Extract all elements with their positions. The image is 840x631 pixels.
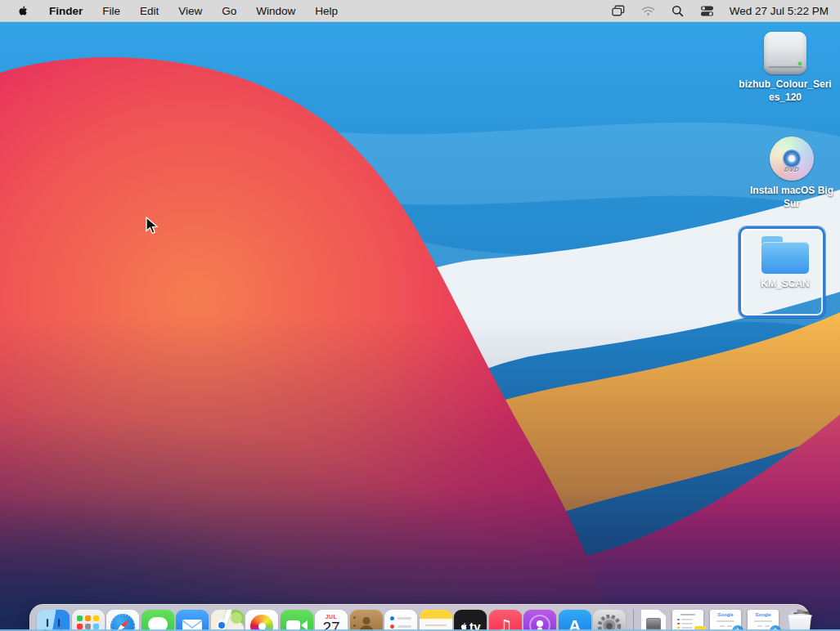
dock-mail[interactable]: [176, 610, 209, 631]
install-dvd-label: Install macOS Big Sur: [745, 185, 838, 210]
menu-item-help[interactable]: Help: [315, 5, 338, 17]
menu-bar-left: Finder File Edit View Go Window Help: [0, 4, 338, 18]
mail-icon: [176, 610, 209, 631]
desktop-icon-drive[interactable]: bizhub_Colour_Series_120: [736, 32, 834, 104]
displays-icon[interactable]: [612, 4, 626, 18]
dock-facetime[interactable]: [281, 610, 313, 631]
dock-apps: JUL 27: [37, 610, 626, 631]
apple-menu[interactable]: [17, 4, 29, 18]
dock-app-store[interactable]: A: [559, 610, 591, 631]
macos-desktop-screen: Finder File Edit View Go Window Help: [0, 0, 840, 631]
safari-icon: [106, 610, 139, 631]
dock-divider: [633, 609, 634, 631]
app-store-icon: A: [559, 610, 591, 631]
desktop-icon-km-scan-folder[interactable]: KM_SCAN: [736, 233, 834, 291]
dock-photos[interactable]: [245, 610, 278, 631]
binding-ring: [353, 616, 356, 619]
dock-apple-tv[interactable]: tv: [454, 610, 487, 631]
dock-system-preferences[interactable]: [593, 610, 626, 631]
binding-ring: [353, 624, 356, 627]
thumbnail-text: Google: [748, 613, 779, 618]
menu-item-finder[interactable]: Finder: [49, 5, 83, 17]
dock-launchpad[interactable]: [72, 610, 105, 631]
thumbnail-text: Google: [710, 613, 741, 618]
dock-music[interactable]: ♫: [489, 610, 522, 631]
menu-item-edit[interactable]: Edit: [140, 5, 159, 17]
dock-finder[interactable]: [37, 610, 70, 631]
minimized-window-thumbnail: Google: [710, 610, 741, 631]
dock-safari[interactable]: [106, 610, 139, 631]
launchpad-icon: [72, 610, 105, 631]
menu-bar-clock[interactable]: Wed 27 Jul 5:22 PM: [730, 5, 829, 17]
photos-icon: [245, 610, 278, 631]
dock-contacts[interactable]: [350, 610, 383, 631]
dock-minimized-safari-window-2[interactable]: Google: [748, 610, 779, 631]
dock-notes[interactable]: [420, 610, 452, 631]
big-sur-wallpaper: [0, 22, 840, 631]
folder-icon: [761, 236, 809, 274]
reminders-icon: [384, 610, 417, 631]
wifi-icon[interactable]: [641, 4, 655, 18]
dvd-text: DVD: [784, 166, 800, 173]
spotlight-search-icon[interactable]: [671, 4, 685, 18]
drive-slot: [768, 66, 802, 69]
menu-item-window[interactable]: Window: [256, 5, 295, 17]
notes-header: [420, 610, 452, 619]
apple-logo-icon: [17, 4, 29, 18]
dock-maps[interactable]: [211, 610, 244, 631]
menu-item-file[interactable]: File: [102, 5, 120, 17]
drive-led: [798, 62, 802, 65]
dock-reminders[interactable]: [384, 610, 417, 631]
contact-head: [362, 617, 370, 624]
podcasts-icon: [523, 610, 556, 631]
apple-tv-icon: tv: [454, 610, 487, 631]
trash-full-icon: [785, 610, 815, 631]
document-icon: [641, 610, 666, 631]
contacts-icon: [350, 610, 383, 631]
folder-body: [761, 242, 809, 274]
dvd-disc-icon: DVD: [770, 136, 814, 181]
dock-minimized-safari-window-1[interactable]: Google: [710, 610, 741, 631]
dock-minimized-notes-window[interactable]: [672, 610, 703, 631]
desktop[interactable]: bizhub_Colour_Series_120 DVD Install mac…: [0, 22, 840, 631]
mouse-cursor: [146, 217, 158, 235]
dock-calendar[interactable]: JUL 27: [315, 610, 348, 631]
dock: JUL 27: [29, 604, 810, 631]
facetime-icon: [281, 610, 313, 631]
control-center-icon[interactable]: [700, 4, 714, 18]
notes-line: [425, 624, 447, 626]
dock-document-file[interactable]: [641, 610, 666, 631]
drive-label: bizhub_Colour_Series_120: [739, 78, 832, 104]
dvd-hub: [783, 150, 801, 168]
minimized-window-thumbnail: Google: [748, 610, 779, 631]
music-icon: ♫: [489, 610, 522, 631]
external-drive-icon: [764, 32, 806, 74]
finder-icon: [37, 610, 70, 631]
maps-icon: [211, 610, 244, 631]
menu-item-view[interactable]: View: [178, 5, 202, 17]
minimized-window-thumbnail: [672, 610, 703, 631]
messages-icon: [141, 610, 174, 631]
dock-trash[interactable]: [785, 610, 815, 631]
menu-bar-status: Wed 27 Jul 5:22 PM: [612, 4, 840, 18]
system-preferences-icon: [593, 610, 626, 631]
menu-bar: Finder File Edit View Go Window Help: [0, 0, 840, 22]
notes-icon: [420, 610, 452, 631]
dock-podcasts[interactable]: [523, 610, 556, 631]
calendar-icon: JUL 27: [315, 610, 348, 631]
desktop-icon-install-dvd[interactable]: DVD Install macOS Big Sur: [743, 136, 840, 210]
menu-item-go[interactable]: Go: [222, 5, 236, 17]
dock-messages[interactable]: [141, 610, 174, 631]
dock-right-section: Google Google: [641, 610, 815, 631]
km-scan-label: KM_SCAN: [761, 278, 809, 291]
